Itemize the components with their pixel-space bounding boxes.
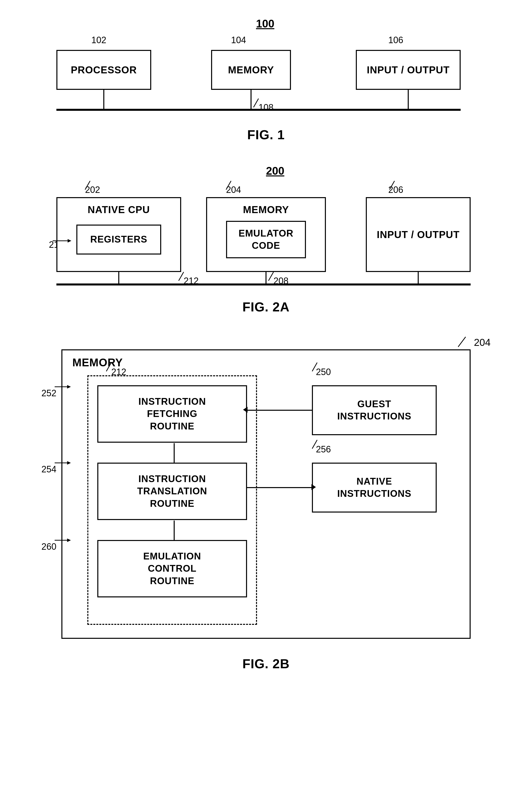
fig2b-outer-box: MEMORY INSTRUCTIONFETCHINGROUTINE [61,349,471,639]
fig2b-guest-box: GUESTINSTRUCTIONS [312,385,437,435]
fig2a-bus [56,284,471,285]
svg-marker-14 [67,461,71,465]
fig1-processor-box: PROCESSOR [56,50,151,90]
fig2a-diagram-wrapper: 200 202 204 206 210 NATIVE CPU [41,162,491,292]
fig2a-vline-cpu [118,272,119,285]
fig2a-number: 200 [266,165,284,177]
fig2b-arrow-254 [53,459,73,466]
fig1-diagram-wrapper: 100 102 104 106 PROCESSOR MEMORY INPUT /… [41,15,491,120]
fig2b-tick-256 [310,439,322,451]
fig1-ref-104: 104 [231,35,246,45]
fig1-memory-box: MEMORY [211,50,291,90]
svg-line-2 [226,181,231,190]
fig1-ref-102: 102 [91,35,106,45]
fig1-diagram: 100 102 104 106 PROCESSOR MEMORY INPUT /… [41,15,491,120]
fig1-caption: FIG. 1 [247,127,285,142]
fig2b-diagram-wrapper: 204 MEMORY INSTRUCTIONFETCHINGROUTINE [41,334,491,649]
fig2a-tick-208 [266,271,279,283]
fig2b-tick-204 [453,336,468,348]
svg-line-9 [106,363,111,371]
fig2a-native-cpu-box: NATIVE CPU REGISTERS [56,197,181,272]
svg-marker-5 [68,239,71,243]
figure-2b-section: 204 MEMORY INSTRUCTIONFETCHINGROUTINE [20,334,512,671]
fig2b-hline-guest-ifr [247,410,312,411]
fig2b-arrow-252 [53,383,73,390]
fig2b-arrow-260 [53,536,73,544]
fig2b-caption: FIG. 2B [242,656,289,671]
fig2a-arrow-210 [52,237,71,245]
fig1-vline-processor [103,90,104,110]
fig1-number: 100 [256,17,274,30]
fig1-vline-io [408,90,409,110]
fig1-ref-106: 106 [388,35,403,45]
page-content: 100 102 104 106 PROCESSOR MEMORY INPUT /… [0,0,532,686]
svg-line-7 [179,272,184,281]
fig2b-ifr-box: INSTRUCTIONFETCHINGROUTINE [97,385,247,443]
svg-line-1 [85,181,90,190]
fig2b-tick-212 [104,361,116,374]
fig2a-memory-box: MEMORY EMULATORCODE [206,197,326,272]
fig2a-tick-204 [224,180,236,192]
fig2b-arrowhead-itr-native [311,484,316,490]
fig2b-itr-box: INSTRUCTIONTRANSLATIONROUTINE [97,463,247,520]
fig2b-arrowhead-guest-ifr [243,407,248,413]
svg-line-8 [458,337,466,347]
fig2a-tick-202 [82,180,95,192]
svg-line-15 [312,440,317,449]
fig2a-io-box: INPUT / OUTPUT [366,197,471,272]
fig2a-registers-box: REGISTERS [76,225,161,254]
fig1-io-box: INPUT / OUTPUT [356,50,461,90]
fig2b-ecr-box: EMULATIONCONTROLROUTINE [97,540,247,597]
fig1-tick-108 [251,97,264,110]
figure-1-section: 100 102 104 106 PROCESSOR MEMORY INPUT /… [20,15,512,142]
fig2b-tick-250 [310,361,322,374]
fig2a-tick-206 [387,180,399,192]
fig2a-diagram: 200 202 204 206 210 NATIVE CPU [41,162,491,292]
fig2a-tick-212 [176,271,189,283]
fig2b-number: 204 [474,337,491,348]
fig2a-vline-io [418,272,419,285]
svg-line-3 [390,181,395,190]
fig2b-diagram: 204 MEMORY INSTRUCTIONFETCHINGROUTINE [41,334,491,649]
fig2b-native-box: NATIVEINSTRUCTIONS [312,463,437,513]
svg-marker-11 [67,385,71,388]
svg-line-12 [312,363,317,371]
fig2a-emulator-code-box: EMULATORCODE [226,221,306,258]
svg-line-0 [253,99,259,107]
fig2b-hline-itr-native [247,487,312,488]
svg-marker-17 [67,538,71,542]
fig2a-caption: FIG. 2A [242,300,289,314]
svg-line-6 [268,272,273,281]
figure-2a-section: 200 202 204 206 210 NATIVE CPU [20,162,512,314]
